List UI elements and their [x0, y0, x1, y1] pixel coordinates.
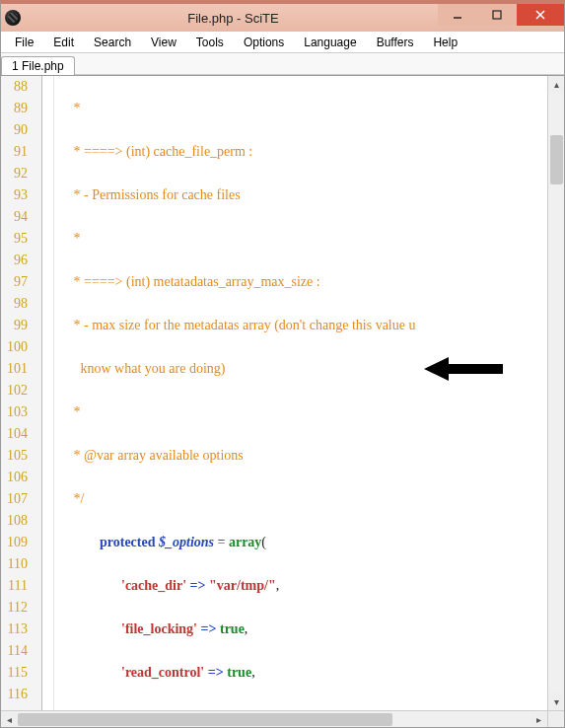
line-number: 100 — [7, 336, 28, 358]
horizontal-scrollbar[interactable]: ◂ ▸ — [1, 710, 564, 727]
code-comment: * - max size for the metadatas array (do… — [56, 318, 415, 332]
line-number: 105 — [7, 445, 28, 467]
menu-search[interactable]: Search — [84, 34, 141, 51]
menu-tools[interactable]: Tools — [186, 34, 234, 51]
code-function: array — [229, 535, 261, 549]
titlebar: File.php - SciTE — [1, 4, 564, 32]
line-number: 90 — [7, 119, 28, 141]
minimize-icon — [453, 10, 462, 20]
line-number: 97 — [7, 271, 28, 293]
close-button[interactable] — [517, 4, 564, 26]
line-number: 107 — [7, 488, 28, 510]
maximize-icon — [492, 10, 502, 20]
menu-language[interactable]: Language — [294, 34, 366, 51]
line-number: 89 — [7, 98, 28, 119]
scroll-corner — [547, 711, 564, 728]
svg-rect-1 — [493, 11, 501, 19]
code-comment: * — [56, 404, 81, 419]
menu-buffers[interactable]: Buffers — [367, 34, 424, 51]
menu-help[interactable]: Help — [423, 34, 467, 51]
tab-file-php[interactable]: 1 File.php — [1, 56, 75, 75]
line-number: 109 — [7, 532, 28, 553]
line-number: 112 — [7, 597, 28, 619]
scroll-right-icon[interactable]: ▸ — [530, 711, 547, 728]
line-number: 111 — [7, 575, 28, 597]
code-comment: * ====> (int) metatadatas_array_max_size… — [56, 274, 320, 289]
line-number: 88 — [7, 76, 28, 98]
scroll-left-icon[interactable]: ◂ — [1, 711, 18, 728]
line-number: 116 — [7, 684, 28, 705]
line-number: 106 — [7, 467, 28, 488]
menubar: File Edit Search View Tools Options Lang… — [1, 32, 564, 53]
tabbar: 1 File.php — [1, 53, 564, 75]
close-icon — [534, 9, 546, 21]
line-number: 108 — [7, 510, 28, 532]
line-number: 103 — [7, 401, 28, 423]
code-area[interactable]: * * ====> (int) cache_file_perm : * - Pe… — [54, 76, 547, 710]
maximize-button[interactable] — [477, 4, 517, 26]
code-comment: * - Permissions for cache files — [56, 187, 241, 202]
line-number: 96 — [7, 250, 28, 271]
line-number: 113 — [7, 619, 28, 640]
editor: 8889909192939495969798991001011021031041… — [1, 75, 564, 727]
app-window: File.php - SciTE File Edit Search View T… — [0, 0, 565, 728]
line-number: 99 — [7, 315, 28, 336]
minimize-button[interactable] — [438, 4, 477, 26]
vertical-scroll-thumb[interactable] — [550, 135, 563, 184]
menu-view[interactable]: View — [141, 34, 186, 51]
menu-file[interactable]: File — [5, 34, 43, 51]
line-number: 114 — [7, 640, 28, 662]
menu-edit[interactable]: Edit — [43, 34, 84, 51]
app-icon — [5, 10, 21, 26]
scroll-down-icon[interactable]: ▾ — [548, 693, 564, 710]
vertical-scrollbar[interactable]: ▴ ▾ — [547, 76, 564, 710]
code-comment: * — [56, 231, 81, 246]
code-comment: * @var array available options — [56, 448, 244, 463]
code-comment: * — [56, 101, 81, 115]
line-number: 94 — [7, 206, 28, 228]
line-number: 102 — [7, 380, 28, 401]
window-title: File.php - SciTE — [29, 11, 438, 26]
scroll-up-icon[interactable]: ▴ — [548, 76, 564, 93]
horizontal-scroll-thumb[interactable] — [18, 713, 392, 726]
code-comment: * ====> (int) cache_file_perm : — [56, 144, 252, 159]
line-number: 115 — [7, 662, 28, 684]
fold-guide — [42, 76, 54, 710]
line-number: 104 — [7, 423, 28, 445]
code-keyword: protected — [100, 535, 159, 549]
line-number: 93 — [7, 184, 28, 206]
line-number: 98 — [7, 293, 28, 315]
line-number-gutter: 8889909192939495969798991001011021031041… — [1, 76, 42, 710]
code-comment: know what you are doing) — [56, 361, 225, 376]
line-number: 110 — [7, 553, 28, 575]
line-number: 101 — [7, 358, 28, 380]
code-variable: $_options — [159, 535, 214, 549]
menu-options[interactable]: Options — [234, 34, 294, 51]
line-number: 91 — [7, 141, 28, 163]
line-number: 92 — [7, 163, 28, 184]
line-number: 95 — [7, 228, 28, 250]
code-comment: */ — [56, 491, 84, 506]
